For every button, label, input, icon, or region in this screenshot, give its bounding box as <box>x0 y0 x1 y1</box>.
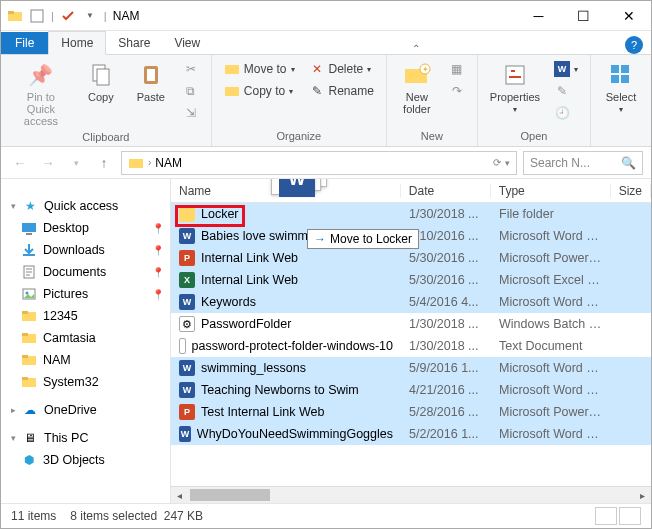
word-icon: W <box>179 228 195 244</box>
table-row[interactable]: WTeaching Newborns to Swim 4/21/2016 ...… <box>171 379 651 401</box>
scroll-thumb[interactable] <box>190 489 270 501</box>
copy-to-button[interactable]: Copy to▾ <box>220 81 299 101</box>
table-row[interactable]: WKeywords 5/4/2016 4... Microsoft Word D… <box>171 291 651 313</box>
details-view-button[interactable] <box>595 507 617 525</box>
tab-view[interactable]: View <box>162 32 212 54</box>
select-button[interactable]: Select ▾ <box>599 59 643 116</box>
sidebar-3d-objects[interactable]: ⬢ 3D Objects <box>1 449 170 471</box>
col-date[interactable]: Date <box>401 184 491 198</box>
tab-home[interactable]: Home <box>48 31 106 55</box>
properties-icon <box>501 61 529 89</box>
folder-icon <box>7 8 23 24</box>
qat-dropdown[interactable]: ▼ <box>82 8 98 24</box>
large-icons-view-button[interactable] <box>619 507 641 525</box>
table-row[interactable]: WWhyDoYouNeedSwimmingGoggles 5/2/2016 1.… <box>171 423 651 445</box>
sidebar-onedrive[interactable]: ▸ ☁ OneDrive <box>1 399 170 421</box>
tab-share[interactable]: Share <box>106 32 162 54</box>
minimize-button[interactable]: ─ <box>516 1 561 31</box>
new-folder-button[interactable]: ✦ New folder <box>395 59 439 117</box>
move-to-button[interactable]: Move to▾ <box>220 59 299 79</box>
close-button[interactable]: ✕ <box>606 1 651 31</box>
col-type[interactable]: Type <box>491 184 611 198</box>
sidebar-item[interactable]: Desktop📍 <box>1 217 170 239</box>
group-organize: Move to▾ Copy to▾ ✕Delete▾ ✎Rename Organ… <box>212 55 387 146</box>
delete-button[interactable]: ✕Delete▾ <box>305 59 378 79</box>
file-name: Internal Link Web <box>201 251 298 265</box>
label: 3D Objects <box>43 453 105 467</box>
downloads-icon <box>21 242 37 258</box>
scroll-left-button[interactable]: ◂ <box>171 487 188 503</box>
help-icon[interactable]: ? <box>625 36 643 54</box>
table-row[interactable]: Locker 1/30/2018 ... File folder <box>171 203 651 225</box>
horizontal-scrollbar[interactable]: ◂ ▸ <box>171 486 651 503</box>
group-new: ✦ New folder ▦ ↷ New <box>387 55 478 146</box>
qat-item[interactable] <box>29 8 45 24</box>
sidebar-this-pc[interactable]: ▾ 🖥 This PC <box>1 427 170 449</box>
ribbon-tabs: File Home Share View ⌃ ? <box>1 31 651 55</box>
svg-rect-7 <box>225 65 239 74</box>
sidebar-item[interactable]: Pictures📍 <box>1 283 170 305</box>
sidebar-quick-access[interactable]: ▾ ★ Quick access <box>1 195 170 217</box>
scroll-track[interactable] <box>272 487 634 503</box>
rename-button[interactable]: ✎Rename <box>305 81 378 101</box>
col-size[interactable]: Size <box>611 184 651 198</box>
address-bar[interactable]: › NAM ⟳ ▾ <box>121 151 517 175</box>
tooltip-text: Move to Locker <box>330 232 412 246</box>
table-row[interactable]: Wswimming_lessons 5/9/2016 1... Microsof… <box>171 357 651 379</box>
word-icon: W <box>179 426 191 442</box>
sidebar-item[interactable]: Camtasia <box>1 327 170 349</box>
paste-button[interactable]: Paste <box>129 59 173 105</box>
easy-access-button[interactable]: ↷ <box>445 81 469 101</box>
new-item-button[interactable]: ▦ <box>445 59 469 79</box>
table-row[interactable]: password-protect-folder-windows-10 1/30/… <box>171 335 651 357</box>
scroll-right-button[interactable]: ▸ <box>634 487 651 503</box>
refresh-icon[interactable]: ⟳ <box>493 157 501 168</box>
copy-path-button[interactable]: ⧉ <box>179 81 203 101</box>
qat-check[interactable] <box>60 8 76 24</box>
svg-rect-14 <box>621 65 629 73</box>
maximize-button[interactable]: ☐ <box>561 1 606 31</box>
file-name: WhyDoYouNeedSwimmingGoggles <box>197 427 393 441</box>
col-name[interactable]: Name <box>171 184 401 198</box>
file-name: Babies love swimm <box>201 229 308 243</box>
table-row[interactable]: PTest Internal Link Web 5/28/2016 ... Mi… <box>171 401 651 423</box>
cell-name: ⚙PasswordFolder <box>171 316 401 332</box>
properties-button[interactable]: Properties ▾ <box>486 59 544 116</box>
table-row[interactable]: XInternal Link Web 5/30/2016 ... Microso… <box>171 269 651 291</box>
cell-date: 5/4/2016 4... <box>401 295 491 309</box>
open-button[interactable]: W▾ <box>550 59 582 79</box>
delete-icon: ✕ <box>309 61 325 77</box>
sidebar-item[interactable]: System32 <box>1 371 170 393</box>
edit-button[interactable]: ✎ <box>550 81 582 101</box>
group-label: Open <box>486 128 582 146</box>
cell-date: 1/30/2018 ... <box>401 339 491 353</box>
recent-button[interactable]: ▾ <box>65 152 87 174</box>
back-button[interactable]: ← <box>9 152 31 174</box>
sidebar-item[interactable]: Documents📍 <box>1 261 170 283</box>
copy-button[interactable]: Copy <box>79 59 123 105</box>
sidebar-item[interactable]: NAM <box>1 349 170 371</box>
folder-icon <box>21 330 37 346</box>
cell-date: 5/9/2016 1... <box>401 361 491 375</box>
powerpoint-icon: P <box>179 250 195 266</box>
path-segment[interactable]: NAM <box>155 156 182 170</box>
cell-type: Microsoft Word D... <box>491 295 611 309</box>
dropdown-icon[interactable]: ▾ <box>505 158 510 168</box>
sidebar-item[interactable]: 12345 <box>1 305 170 327</box>
file-list-pane: Name Date Type Size Locker 1/30/2018 ...… <box>171 179 651 503</box>
search-input[interactable]: Search N... 🔍 <box>523 151 643 175</box>
history-button[interactable]: 🕘 <box>550 103 582 123</box>
paste-shortcut-button[interactable]: ⇲ <box>179 103 203 123</box>
pin-to-quick-access-button[interactable]: 📌 Pin to Quick access <box>9 59 73 129</box>
up-button[interactable]: ↑ <box>93 152 115 174</box>
table-row[interactable]: ⚙PasswordFolder 1/30/2018 ... Windows Ba… <box>171 313 651 335</box>
cut-button[interactable]: ✂ <box>179 59 203 79</box>
navigation-pane: ▾ ★ Quick access Desktop📍Downloads📍Docum… <box>1 179 171 503</box>
ribbon-collapse-icon[interactable]: ⌃ <box>412 43 420 54</box>
sidebar-item[interactable]: Downloads📍 <box>1 239 170 261</box>
forward-button[interactable]: → <box>37 152 59 174</box>
table-row[interactable]: PInternal Link Web 5/30/2016 ... Microso… <box>171 247 651 269</box>
label: Desktop <box>43 221 89 235</box>
tab-file[interactable]: File <box>1 32 48 54</box>
cell-date: 5/28/2016 ... <box>401 405 491 419</box>
